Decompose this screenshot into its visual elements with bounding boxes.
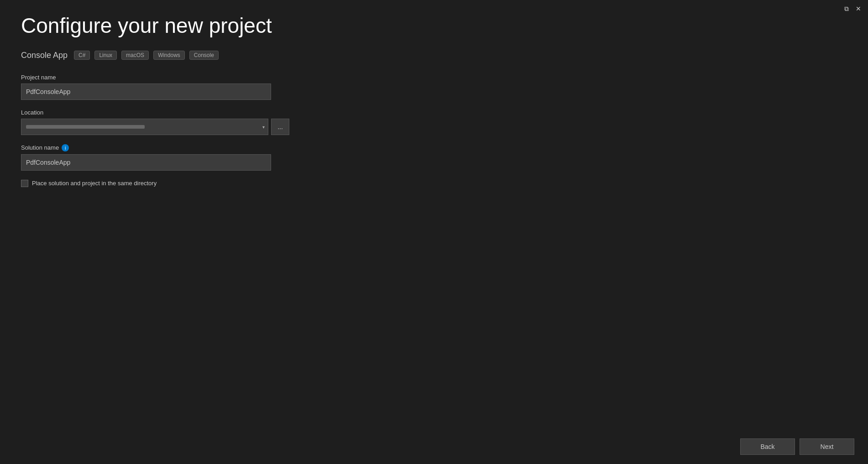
location-select-wrapper: ▾ [21, 119, 268, 135]
location-group: Location ▾ ... [21, 109, 289, 135]
solution-name-info-icon[interactable]: i [62, 144, 69, 151]
tag-csharp: C# [74, 51, 90, 60]
project-type-name: Console App [21, 51, 68, 60]
same-directory-row: Place solution and project in the same d… [21, 180, 289, 187]
main-content: Configure your new project Console App C… [0, 0, 310, 201]
project-name-label: Project name [21, 74, 289, 81]
next-button[interactable]: Next [800, 438, 854, 455]
same-directory-checkbox[interactable] [21, 180, 28, 187]
project-name-input[interactable] [21, 83, 271, 100]
tag-macos: macOS [121, 51, 149, 60]
same-directory-label[interactable]: Place solution and project in the same d… [32, 180, 157, 187]
back-button[interactable]: Back [740, 438, 795, 455]
tag-console: Console [189, 51, 219, 60]
bottom-bar: Back Next [0, 429, 868, 464]
tag-linux: Linux [94, 51, 117, 60]
page-title: Configure your new project [21, 14, 289, 38]
location-bar-visual [26, 125, 145, 129]
solution-name-input[interactable] [21, 154, 271, 171]
close-button[interactable]: ✕ [853, 4, 863, 14]
solution-name-label: Solution name i [21, 144, 289, 151]
project-name-group: Project name [21, 74, 289, 100]
location-label: Location [21, 109, 289, 116]
location-row: ▾ ... [21, 119, 289, 135]
restore-button[interactable]: ⧉ [842, 4, 852, 14]
project-type-row: Console App C# Linux macOS Windows Conso… [21, 51, 289, 60]
title-bar: ⧉ ✕ [837, 0, 868, 17]
tag-windows: Windows [153, 51, 185, 60]
solution-name-group: Solution name i [21, 144, 289, 171]
location-select-display[interactable] [21, 119, 268, 135]
browse-button[interactable]: ... [271, 119, 289, 135]
